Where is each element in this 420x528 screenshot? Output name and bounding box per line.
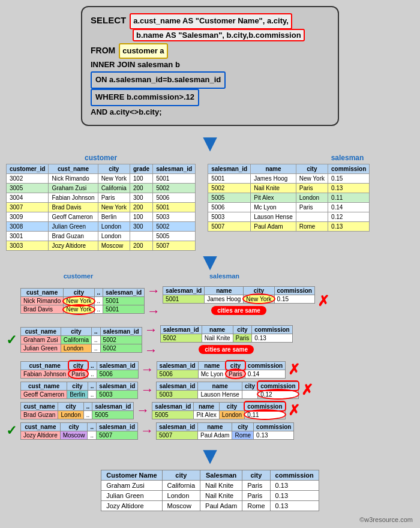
mini-salesman-6: salesman_idnamecitycommission 5007 Paul … — [156, 422, 294, 440]
customer-table-section: customer customer_id cust_name city grad… — [6, 154, 196, 251]
mini-salesman-2: salesman_idnamecitycommission 5002 Nail … — [160, 325, 293, 343]
join-arrow-3: → — [141, 362, 154, 377]
join-salesman-label: salesman — [161, 272, 287, 280]
sql-inner-join: INNER JOIN salesman b — [91, 59, 329, 71]
sql-and-clause: AND a.city<>b.city; — [91, 106, 329, 119]
join-arrow-2a: → — [145, 322, 158, 338]
table-row: Fabian Johnson Paris .. 5006 — [21, 370, 139, 378]
result-col-customer-name: Customer Name — [101, 470, 162, 480]
table-row: 5003Lauson Hense0.12 — [208, 212, 370, 221]
table-row: Brad Guzan London .. 5005 — [21, 410, 134, 419]
sql-box: SELECT a.cust_name AS "Customer Name", a… — [81, 6, 339, 126]
join-section-2: ✓ cust_namecity..salesman_id Graham Zusi… — [6, 322, 414, 358]
table-row: 5006Mc LyonParis0.14 — [208, 202, 370, 212]
col-cust-name: cust_name — [49, 164, 98, 173]
mini-customer-5: cust_namecity..salesman_id Brad Guzan Lo… — [20, 402, 134, 419]
result-col-salesman: Salesman — [200, 470, 242, 480]
salesman-table-section: salesman salesman_id name city commissio… — [208, 154, 370, 232]
mini-salesman-4: salesman_idnamecitycommission 5003 Lauso… — [156, 382, 298, 399]
arrow-down-2: ▼ — [6, 250, 414, 274]
mini-customer-4: cust_namecity..salesman_id Geoff Cameron… — [20, 382, 138, 399]
col-name: name — [251, 164, 296, 173]
table-row: Julian Green London .. 5002 — [21, 344, 142, 353]
table-row: 3002Nick RimandoNew York1005001 — [7, 173, 196, 183]
table-row: Jozy Altidore Moscow .. 5007 — [21, 431, 138, 439]
col-city2: city — [296, 164, 328, 173]
table-row: Nick Rimando New York .. 5001 — [21, 297, 145, 305]
join-section-1: cust_namecity..salesman_id Nick Rimando … — [6, 283, 414, 319]
sql-select-fields: a.cust_name AS "Customer Name", a.city, — [130, 13, 292, 29]
cross-icon-5: ✗ — [288, 402, 300, 419]
table-row: 5001 James Hoog New York 0.15 — [163, 295, 315, 303]
table-row: 3005Graham ZusiCalifornia2005002 — [7, 183, 196, 193]
join-section-4: cust_namecity..salesman_id Geoff Cameron… — [6, 382, 414, 399]
join-arrow-1a: → — [147, 283, 160, 299]
result-section: Customer Name city Salesman city commiss… — [6, 470, 414, 511]
mini-customer-6: cust_namecity..salesman_id Jozy Altidore… — [20, 422, 138, 440]
table-row: 3001Brad GuzanLondon5005 — [7, 231, 196, 241]
join-arrow-5: → — [136, 403, 149, 418]
salesman-table: salesman_id name city commission 5001Jam… — [208, 164, 370, 232]
result-col-commission: commission — [270, 470, 319, 480]
cross-icon-3: ✗ — [288, 361, 300, 378]
table-row: 5002Nail KniteParis0.13 — [208, 183, 370, 193]
mini-salesman-3: salesman_idnamecitycommission 5006 Mc Ly… — [157, 361, 286, 379]
col-salesman-id2: salesman_id — [208, 164, 251, 173]
col-grade: grade — [130, 164, 152, 173]
tables-section: customer customer_id cust_name city grad… — [6, 154, 414, 251]
join-arrow-1b: → — [147, 304, 160, 319]
arrow-down-1: ▼ — [6, 131, 414, 155]
join-arrow-6: → — [140, 423, 154, 438]
join-labels: customer salesman — [6, 272, 414, 281]
table-row: 3009Geoff CameronBerlin1005003 — [7, 212, 196, 221]
sql-from: FROM — [91, 44, 115, 57]
table-row: Julian GreenLondonNail KniteParis0.13 — [101, 490, 319, 500]
result-col-city1: city — [162, 470, 200, 480]
result-table: Customer Name city Salesman city commiss… — [101, 470, 319, 511]
col-salesman-id: salesman_id — [153, 164, 196, 173]
table-row: 3003Jozy AltidoreMoscow2005007 — [7, 241, 196, 250]
table-row: 5007 Paul Adam Rome 0.13 — [157, 431, 294, 439]
result-col-city2: city — [242, 470, 270, 480]
sql-select-fields2: b.name AS "Salesman", b.city,b.commissio… — [133, 29, 305, 41]
table-row: Geoff Cameron Berlin .. 5003 — [21, 390, 138, 398]
col-commission: commission — [328, 164, 369, 173]
watermark: ©w3resource.com — [359, 516, 413, 523]
table-row: Graham ZusiCaliforniaNail KniteParis0.13 — [101, 480, 319, 490]
cities-same-badge-1: cities are same — [211, 306, 266, 315]
table-row: 3007Brad DavisNew York2005001 — [7, 202, 196, 212]
table-row: 5003 Lauson Hense 0.12 — [157, 390, 298, 398]
customer-label: customer — [6, 154, 196, 162]
join-arrow-2b: → — [145, 343, 158, 358]
sql-select: SELECT — [91, 13, 126, 28]
cities-same-badge-2: cities are same — [199, 345, 254, 354]
sql-from-table: customer a — [119, 43, 167, 59]
table-row: 5005 Pit Alex London 0.11 — [152, 410, 285, 419]
join-arrow-4: → — [140, 382, 154, 397]
mini-customer-1: cust_namecity..salesman_id Nick Rimando … — [20, 288, 145, 314]
mini-customer-2: cust_namecity..salesman_id Graham Zusi C… — [20, 327, 142, 353]
sql-on-clause: ON a.salesman_id=b.salesman_id — [91, 71, 226, 89]
salesman-label: salesman — [208, 154, 364, 162]
table-row: 5005Pit AlexLondon0.11 — [208, 193, 370, 202]
table-row: 5001James HoogNew York0.15 — [208, 173, 370, 183]
table-row: Jozy AltidoreMoscowPaul AdamRome0.13 — [101, 500, 319, 511]
join-section-3: cust_namecity..salesman_id Fabian Johnso… — [6, 361, 414, 379]
mini-customer-3: cust_namecity..salesman_id Fabian Johnso… — [20, 361, 139, 379]
customer-table: customer_id cust_name city grade salesma… — [6, 164, 196, 251]
table-row: 3008Julian GreenLondon3005002 — [7, 221, 196, 231]
check-icon-2: ✓ — [6, 332, 18, 348]
table-row: 5006 Mc Lyon Paris 0.14 — [157, 370, 286, 378]
table-row: 3004Fabian JohnsonParis3005006 — [7, 193, 196, 202]
cross-icon-1: ✗ — [317, 293, 329, 310]
col-customer-id: customer_id — [7, 164, 49, 173]
cross-icon-4: ✗ — [301, 382, 313, 398]
col-city: city — [98, 164, 130, 173]
check-icon-6: ✓ — [6, 423, 18, 439]
join-customer-label: customer — [23, 272, 134, 280]
mini-salesman-5: salesman_idnamecitycommission 5005 Pit A… — [152, 402, 285, 419]
mini-salesman-1: salesman_idnamecitycommission 5001 James… — [163, 286, 315, 304]
main-container: SELECT a.cust_name AS "Customer Name", a… — [0, 0, 420, 517]
table-row: Brad Davis New York .. 5001 — [21, 305, 145, 314]
table-row: 5007Paul AdamRome0.13 — [208, 221, 370, 231]
